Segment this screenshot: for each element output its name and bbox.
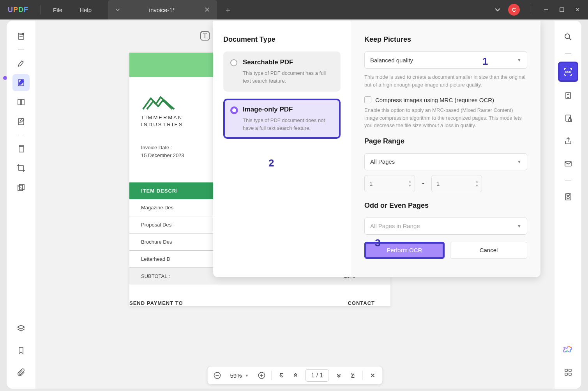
- edit-tool-icon[interactable]: [12, 74, 30, 91]
- crop-tool-icon[interactable]: [12, 159, 30, 177]
- prev-page-button[interactable]: [291, 371, 300, 380]
- left-toolbar: [7, 21, 36, 389]
- document-canvas: TIMMERMAN INDUSTRIES Invoice Date : 15 D…: [36, 21, 554, 389]
- document-tab[interactable]: invoice-1* ✕: [108, 0, 217, 19]
- option-title: Searchable PDF: [243, 58, 334, 66]
- image-only-pdf-option[interactable]: Image-only PDF This type of PDF document…: [223, 99, 341, 139]
- text-tool-icon[interactable]: [200, 30, 211, 42]
- file-menu[interactable]: File: [44, 7, 71, 13]
- svg-rect-25: [569, 373, 571, 375]
- zoom-out-button[interactable]: [213, 371, 221, 380]
- minimize-button[interactable]: [542, 5, 551, 14]
- separator: [565, 180, 571, 180]
- svg-rect-18: [565, 161, 571, 166]
- option-desc: This type of PDF document has a full tex…: [243, 69, 334, 85]
- callout-3: 3: [375, 237, 380, 249]
- app-logo: UPDF: [0, 6, 36, 14]
- separator: [363, 371, 363, 380]
- chevron-down-icon[interactable]: [115, 7, 120, 12]
- tab-close-icon[interactable]: ✕: [204, 5, 210, 14]
- attachment-icon[interactable]: [12, 364, 30, 381]
- svg-rect-4: [18, 99, 21, 105]
- svg-text:OCR: OCR: [565, 71, 571, 73]
- help-menu[interactable]: Help: [71, 7, 100, 13]
- keep-pictures-desc: This mode is used to create a document s…: [364, 73, 527, 88]
- caret-down-icon: ▼: [517, 58, 521, 62]
- option-title: Image-only PDF: [243, 106, 334, 113]
- step-down-icon[interactable]: ▼: [475, 184, 479, 188]
- page-to-input[interactable]: 1 ▲▼: [431, 175, 482, 192]
- pages-tool-icon[interactable]: [12, 94, 30, 111]
- callout-1: 1: [482, 55, 488, 67]
- option-desc: This type of PDF document does not have …: [243, 117, 334, 132]
- copy-tool-icon[interactable]: [12, 140, 30, 157]
- bookmark-icon[interactable]: [12, 342, 30, 359]
- range-dash: -: [422, 179, 424, 188]
- compress-desc: Enable this option to apply an MRC-based…: [364, 106, 527, 129]
- search-icon[interactable]: [560, 28, 577, 46]
- protect-icon[interactable]: [560, 110, 577, 127]
- page-from-input[interactable]: 1 ▲▼: [364, 175, 415, 192]
- zoom-select[interactable]: 59% ▼: [227, 372, 252, 379]
- cancel-button[interactable]: Cancel: [450, 242, 527, 259]
- radio-checked-icon[interactable]: [230, 106, 238, 114]
- svg-rect-21: [567, 194, 569, 195]
- svg-rect-0: [560, 8, 564, 12]
- caret-down-icon: ▼: [517, 159, 521, 164]
- page-controls: 59% ▼ 1 / 1: [207, 366, 383, 385]
- step-down-icon[interactable]: ▼: [408, 184, 411, 188]
- send-payment-label: SEND PAYMENT TO: [129, 300, 183, 306]
- callout-2: 2: [268, 157, 274, 169]
- searchable-pdf-option[interactable]: Searchable PDF This type of PDF document…: [223, 51, 341, 92]
- separator: [18, 50, 24, 50]
- caret-down-icon: ▼: [517, 224, 521, 228]
- form-tool-icon[interactable]: [12, 113, 30, 130]
- odd-even-select[interactable]: All Pages in Range ▼: [364, 218, 527, 235]
- svg-point-20: [567, 196, 569, 199]
- ocr-tool-icon[interactable]: OCR: [558, 62, 578, 82]
- close-window-button[interactable]: [573, 5, 582, 14]
- keep-pictures-select[interactable]: Balanced quality ▼: [364, 51, 527, 69]
- next-page-button[interactable]: [335, 371, 343, 380]
- compress-checkbox[interactable]: [364, 96, 371, 103]
- contact-label: CONTACT: [348, 300, 390, 306]
- email-icon[interactable]: [560, 155, 577, 172]
- divider: [531, 5, 531, 14]
- zoom-in-button[interactable]: [257, 371, 266, 380]
- last-page-button[interactable]: [349, 371, 357, 380]
- first-page-button[interactable]: [277, 371, 286, 380]
- page-number-input[interactable]: 1 / 1: [305, 369, 329, 382]
- compress-label: Compress images using MRC (requires OCR): [375, 97, 494, 103]
- reader-tool-icon[interactable]: [12, 28, 30, 45]
- right-toolbar: OCR: [554, 21, 581, 389]
- separator: [18, 135, 24, 135]
- apps-icon[interactable]: [560, 364, 577, 381]
- workspace: TIMMERMAN INDUSTRIES Invoice Date : 15 D…: [7, 21, 581, 389]
- svg-rect-16: [566, 115, 570, 121]
- ai-assistant-icon[interactable]: [560, 341, 577, 358]
- convert-icon[interactable]: [560, 87, 577, 104]
- highlighter-tool-icon[interactable]: [12, 55, 30, 72]
- share-icon[interactable]: [560, 133, 577, 150]
- step-up-icon[interactable]: ▲: [408, 180, 411, 183]
- redact-tool-icon[interactable]: [12, 179, 30, 196]
- page-range-select[interactable]: All Pages ▼: [364, 153, 527, 170]
- user-avatar[interactable]: C: [508, 4, 520, 16]
- page-range-title: Page Range: [364, 137, 527, 145]
- radio-unchecked-icon[interactable]: [230, 59, 237, 66]
- svg-rect-22: [565, 369, 567, 372]
- divider: [40, 5, 41, 14]
- step-up-icon[interactable]: ▲: [475, 180, 479, 183]
- maximize-button[interactable]: [558, 5, 566, 14]
- new-tab-button[interactable]: ＋: [224, 5, 232, 15]
- odd-even-title: Odd or Even Pages: [364, 202, 527, 210]
- chevron-down-icon[interactable]: [494, 6, 501, 13]
- svg-rect-24: [565, 373, 567, 375]
- keep-pictures-title: Keep Pictures: [364, 35, 527, 44]
- company-name: TIMMERMAN INDUSTRIES: [141, 114, 184, 128]
- layers-icon[interactable]: [12, 320, 30, 337]
- save-icon[interactable]: [560, 188, 577, 205]
- caret-down-icon: ▼: [245, 373, 249, 378]
- close-controls-button[interactable]: [369, 371, 377, 380]
- svg-rect-5: [21, 99, 24, 105]
